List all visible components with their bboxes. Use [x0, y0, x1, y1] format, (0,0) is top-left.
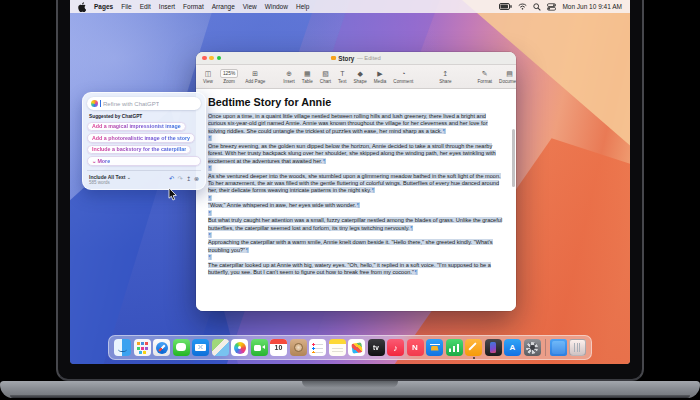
window-title: Story: [338, 55, 354, 62]
paragraph: "Wow," Annie whispered in awe, her eyes …: [208, 202, 504, 209]
finder-dock-icon[interactable]: [114, 339, 131, 356]
iphone-mirroring-dock-icon[interactable]: [485, 339, 502, 356]
dock: [108, 335, 592, 360]
menu-item[interactable]: Arrange: [212, 3, 235, 10]
notes-dock-icon[interactable]: [329, 339, 346, 356]
menu-item[interactable]: File: [121, 3, 131, 10]
document-area: Bedtime Story for Annie Once upon a time…: [196, 89, 516, 311]
reminders-dock-icon[interactable]: [309, 339, 326, 356]
downloads-dock-icon[interactable]: [550, 339, 567, 356]
document-toolbar-button[interactable]: ▤ Document: [499, 69, 516, 84]
pilcrow-mark: ¶: [245, 247, 249, 253]
menu-item[interactable]: View: [243, 3, 257, 10]
chatgpt-input[interactable]: Refine with ChatGPT: [87, 97, 201, 110]
contacts-dock-icon[interactable]: [290, 339, 307, 356]
pilcrow-mark: ¶: [410, 225, 414, 231]
apple-menu-icon[interactable]: [78, 2, 86, 12]
messages-dock-icon[interactable]: [173, 339, 190, 356]
news-dock-icon[interactable]: [407, 339, 424, 356]
paragraph: ¶: [208, 195, 504, 202]
redo-icon[interactable]: ↷: [177, 176, 182, 183]
text-toolbar-button[interactable]: T Text: [338, 69, 346, 84]
chatgpt-input-placeholder: Refine with ChatGPT: [103, 101, 159, 107]
freeform-dock-icon[interactable]: [348, 339, 365, 356]
paragraph: Once upon a time, in a quaint little vil…: [208, 113, 504, 135]
pilcrow-mark: ¶: [442, 128, 446, 134]
menu-item[interactable]: Help: [296, 3, 309, 10]
suggestion-pill[interactable]: Include a backstory for the caterpillar: [87, 145, 191, 155]
calendar-dock-icon[interactable]: [270, 339, 287, 356]
suggestion-pill[interactable]: Add a magical impressionist image: [87, 122, 186, 132]
wifi-icon[interactable]: [518, 3, 527, 10]
safari-dock-icon[interactable]: [153, 339, 170, 356]
insert-toolbar-button[interactable]: ⊕ Insert: [283, 69, 295, 84]
pilcrow-mark: ¶: [208, 232, 212, 238]
media-toolbar-button[interactable]: ▶ Media: [374, 69, 387, 84]
pages-dock-icon[interactable]: [465, 339, 482, 356]
menu-bar-clock[interactable]: Mon Jun 10 9:41 AM: [562, 3, 622, 10]
include-all-text-dropdown[interactable]: Include All Text: [89, 174, 131, 180]
launchpad-dock-icon[interactable]: [134, 339, 151, 356]
table-toolbar-button[interactable]: ▦ Table: [302, 69, 313, 84]
paragraph: As she ventured deeper into the woods, s…: [208, 173, 504, 195]
format-toolbar-button[interactable]: ✎ Format: [478, 69, 493, 84]
view-toolbar-button[interactable]: ◫ View: [203, 69, 213, 84]
comment-toolbar-button[interactable]: ◔ Comment: [393, 69, 413, 84]
keynote-dock-icon[interactable]: [426, 339, 443, 356]
paragraph: ¶: [208, 210, 504, 217]
control-center-icon[interactable]: [547, 3, 556, 11]
system-settings-dock-icon[interactable]: [524, 339, 541, 356]
close-icon[interactable]: ⊗: [194, 176, 199, 182]
divider-dock-icon[interactable]: [545, 339, 546, 356]
search-icon[interactable]: [533, 3, 541, 11]
window-titlebar[interactable]: Story — Edited: [196, 52, 516, 65]
pilcrow-mark: ¶: [208, 254, 212, 260]
suggestion-pill[interactable]: Add a photorealistic image of the story: [87, 133, 195, 143]
undo-icon[interactable]: ↶: [169, 176, 174, 183]
menu-item[interactable]: Pages: [94, 3, 113, 10]
photos-dock-icon[interactable]: [231, 339, 248, 356]
maps-dock-icon[interactable]: [212, 339, 229, 356]
text-caret: [100, 100, 101, 107]
menu-item[interactable]: Edit: [140, 3, 151, 10]
pilcrow-mark: ¶: [356, 202, 360, 208]
share-toolbar-button[interactable]: ↥ Share: [439, 69, 451, 84]
macbook-base-notch: [302, 381, 398, 388]
mouse-cursor: [168, 188, 177, 201]
status-icons: Mon Jun 10 9:41 AM: [499, 3, 622, 11]
fullscreen-window-button[interactable]: [217, 56, 222, 61]
pages-window: Story — Edited ◫ View 125% Zoom: [196, 52, 516, 311]
close-window-button[interactable]: [202, 56, 207, 61]
chatgpt-icon: [91, 100, 98, 107]
numbers-dock-icon[interactable]: [446, 339, 463, 356]
mail-dock-icon[interactable]: [192, 339, 209, 356]
music-dock-icon[interactable]: [387, 339, 404, 356]
share-icon[interactable]: ↥: [186, 176, 191, 182]
menu-item[interactable]: Format: [183, 3, 204, 10]
chart-toolbar-button[interactable]: ▧ Chart: [320, 69, 331, 84]
paragraph: ¶: [208, 135, 504, 142]
trash-dock-icon[interactable]: [569, 339, 586, 356]
battery-icon[interactable]: [499, 3, 512, 10]
menu-item[interactable]: Insert: [159, 3, 175, 10]
pilcrow-mark: ¶: [371, 187, 375, 193]
document-icon: [331, 56, 336, 61]
zoom-toolbar-button[interactable]: 125% Zoom: [220, 69, 238, 84]
add-page-toolbar-button[interactable]: ⊞ Add Page: [245, 69, 265, 84]
writing-tools-panel: Refine with ChatGPT Suggested by ChatGPT…: [82, 92, 206, 190]
menu-item[interactable]: Window: [265, 3, 288, 10]
shape-toolbar-button[interactable]: ◆ Shape: [354, 69, 367, 84]
scrollbar[interactable]: [512, 129, 515, 187]
tv-dock-icon[interactable]: [368, 339, 385, 356]
app-store-dock-icon[interactable]: [504, 339, 521, 356]
paragraph: ¶: [208, 254, 504, 261]
minimize-window-button[interactable]: [209, 56, 214, 61]
screen: PagesFileEditInsertFormatArrangeViewWind…: [70, 0, 630, 364]
pilcrow-mark: ¶: [414, 269, 418, 275]
more-button[interactable]: More: [87, 156, 201, 166]
writing-tools-footer: Include All Text 585 words ↶ ↷ ↥ ⊗: [87, 170, 201, 186]
facetime-dock-icon[interactable]: [251, 339, 268, 356]
paragraph: One breezy evening, as the golden sun di…: [208, 143, 504, 165]
paragraph: But what truly caught her attention was …: [208, 217, 504, 232]
document-body[interactable]: Bedtime Story for Annie Once upon a time…: [196, 89, 516, 277]
